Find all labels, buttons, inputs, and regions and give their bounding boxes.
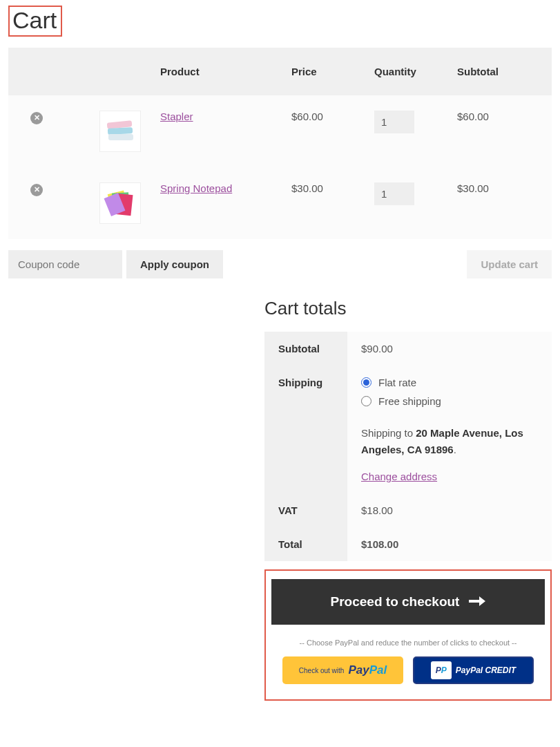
update-cart-button[interactable]: Update cart bbox=[467, 250, 552, 278]
product-thumb[interactable] bbox=[99, 111, 141, 152]
remove-item-button[interactable]: ✕ bbox=[30, 184, 43, 196]
subtotal-cell: $60.00 bbox=[447, 95, 552, 167]
shipping-option-flat[interactable]: Flat rate bbox=[361, 377, 538, 388]
total-value: $108.00 bbox=[347, 527, 552, 561]
table-row: ✕ Spring Notepad $30.00 $30.00 bbox=[8, 167, 552, 239]
subtotal-value: $90.00 bbox=[347, 332, 552, 366]
col-subtotal: Subtotal bbox=[447, 48, 552, 95]
shipping-label: Shipping bbox=[264, 366, 347, 493]
price-cell: $30.00 bbox=[282, 167, 365, 239]
paypal-checkout-button[interactable]: Check out with PayPal bbox=[282, 656, 403, 684]
shipping-radio[interactable] bbox=[361, 396, 371, 406]
table-row: ✕ Stapler $60.00 $60.00 bbox=[8, 95, 552, 167]
paypal-credit-label: PayPal CREDIT bbox=[456, 665, 516, 675]
col-qty: Quantity bbox=[365, 48, 447, 95]
checkout-label: Proceed to checkout bbox=[331, 594, 460, 609]
quantity-input[interactable] bbox=[374, 111, 414, 133]
paypal-hint: -- Choose PayPal and reduce the number o… bbox=[271, 639, 545, 647]
svg-rect-1 bbox=[108, 127, 133, 135]
quantity-input[interactable] bbox=[374, 182, 414, 205]
subtotal-label: Subtotal bbox=[264, 332, 347, 366]
paypal-prefix: Check out with bbox=[299, 667, 345, 674]
coupon-input[interactable] bbox=[8, 250, 122, 278]
vat-value: $18.00 bbox=[347, 493, 552, 527]
remove-item-button[interactable]: ✕ bbox=[30, 112, 43, 124]
svg-rect-2 bbox=[108, 134, 133, 140]
total-label: Total bbox=[264, 527, 347, 561]
shipping-option-label: Free shipping bbox=[378, 395, 441, 407]
shipping-option-label: Flat rate bbox=[378, 377, 416, 388]
arrow-right-icon bbox=[469, 594, 485, 609]
product-link[interactable]: Spring Notepad bbox=[160, 182, 232, 194]
product-thumb[interactable] bbox=[99, 182, 141, 224]
svg-rect-7 bbox=[469, 600, 481, 603]
product-link[interactable]: Stapler bbox=[160, 111, 193, 122]
page-title: Cart bbox=[8, 6, 62, 37]
proceed-to-checkout-button[interactable]: Proceed to checkout bbox=[271, 579, 545, 625]
shipping-option-free[interactable]: Free shipping bbox=[361, 395, 538, 407]
cart-table: Product Price Quantity Subtotal ✕ Staple… bbox=[8, 48, 552, 239]
apply-coupon-button[interactable]: Apply coupon bbox=[126, 250, 223, 278]
cart-totals-table: Subtotal $90.00 Shipping Flat rate Free … bbox=[264, 332, 552, 561]
paypal-logo-icon: PayPal bbox=[348, 663, 387, 677]
paypal-credit-button[interactable]: PP PayPal CREDIT bbox=[413, 656, 534, 684]
col-price: Price bbox=[282, 48, 365, 95]
shipping-radio[interactable] bbox=[361, 377, 371, 388]
shipping-destination: Shipping to 20 Maple Avenue, Los Angeles… bbox=[361, 425, 538, 458]
cart-totals-heading: Cart totals bbox=[264, 298, 552, 319]
vat-label: VAT bbox=[264, 493, 347, 527]
col-product: Product bbox=[151, 48, 282, 95]
change-address-link[interactable]: Change address bbox=[361, 471, 437, 482]
price-cell: $60.00 bbox=[282, 95, 365, 167]
subtotal-cell: $30.00 bbox=[447, 167, 552, 239]
paypal-mark-icon: PP bbox=[431, 661, 452, 679]
